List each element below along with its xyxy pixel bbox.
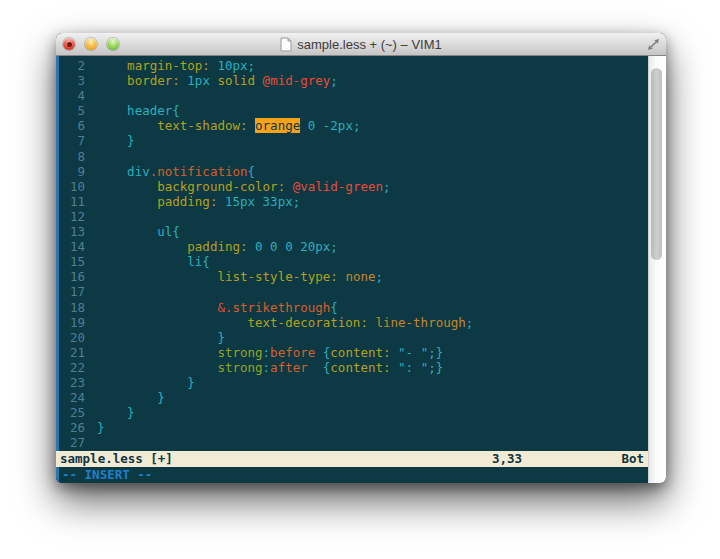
code-text: li{	[85, 254, 210, 269]
code-line: 4	[59, 88, 648, 103]
fullscreen-icon[interactable]	[647, 38, 660, 51]
line-number: 6	[59, 118, 85, 133]
line-number: 22	[59, 360, 85, 375]
code-line: 14 padding: 0 0 0 20px;	[59, 239, 648, 254]
code-text: padding: 0 0 0 20px;	[85, 239, 338, 254]
line-number: 12	[59, 209, 85, 224]
code-line: 16 list-style-type: none;	[59, 269, 648, 284]
line-number: 9	[59, 164, 85, 179]
desktop: sample.less + (~) – VIM1 2 margin-top: 1…	[0, 0, 720, 559]
code-line: 20 }	[59, 330, 648, 345]
code-line: 17	[59, 284, 648, 299]
code-text: }	[85, 133, 135, 148]
traffic-lights	[56, 38, 119, 50]
title-bar[interactable]: sample.less + (~) – VIM1	[56, 33, 666, 56]
code-text: }	[85, 375, 195, 390]
window-title-text: sample.less + (~) – VIM1	[297, 37, 442, 52]
minimize-button[interactable]	[85, 38, 97, 50]
code-text: text-shadow: orange 0 -2px;	[85, 118, 360, 133]
code-text	[85, 435, 97, 450]
statusline-position: Bot	[621, 451, 644, 467]
code-text: }	[85, 390, 165, 405]
code-text: strong:before {content: "- ";}	[85, 345, 443, 360]
code-line: 23 }	[59, 375, 648, 390]
code-line: 6 text-shadow: orange 0 -2px;	[59, 118, 648, 133]
vim-modeline: -- INSERT --	[59, 467, 648, 483]
line-number: 18	[59, 300, 85, 315]
code-text: }	[85, 330, 225, 345]
code-line: 27	[59, 435, 648, 450]
close-button[interactable]	[63, 38, 75, 50]
code-line: 2 margin-top: 10px;	[59, 58, 648, 73]
code-text: &.strikethrough{	[85, 300, 338, 315]
code-text: header{	[85, 103, 180, 118]
line-number: 15	[59, 254, 85, 269]
code-line: 25 }	[59, 405, 648, 420]
macvim-window: sample.less + (~) – VIM1 2 margin-top: 1…	[56, 33, 666, 483]
line-number: 17	[59, 284, 85, 299]
line-number: 8	[59, 149, 85, 164]
code-line: 19 text-decoration: line-through;	[59, 315, 648, 330]
code-text: text-decoration: line-through;	[85, 315, 473, 330]
line-number: 23	[59, 375, 85, 390]
line-number: 26	[59, 420, 85, 435]
code-text: div.notification{	[85, 164, 255, 179]
code-line: 10 background-color: @valid-green;	[59, 179, 648, 194]
scrollbar[interactable]	[648, 56, 666, 483]
line-number: 16	[59, 269, 85, 284]
vim-area: 2 margin-top: 10px;3 border: 1px solid @…	[56, 56, 648, 483]
code-text	[85, 149, 97, 164]
line-number: 21	[59, 345, 85, 360]
code-line: 24 }	[59, 390, 648, 405]
code-text	[85, 88, 97, 103]
code-line: 8	[59, 149, 648, 164]
code-text: ul{	[85, 224, 180, 239]
window-title: sample.less + (~) – VIM1	[56, 33, 666, 55]
statusline-ruler: 3,33	[492, 451, 522, 467]
code-line: 15 li{	[59, 254, 648, 269]
code-text: strong:after {content: ": ";}	[85, 360, 443, 375]
code-line: 11 padding: 15px 33px;	[59, 194, 648, 209]
code-text: }	[85, 420, 105, 435]
code-line: 5 header{	[59, 103, 648, 118]
line-number: 2	[59, 58, 85, 73]
line-number: 25	[59, 405, 85, 420]
window-content: 2 margin-top: 10px;3 border: 1px solid @…	[56, 56, 666, 483]
document-icon	[280, 37, 292, 52]
code-text	[85, 209, 97, 224]
vim-statusline: sample.less [+] 3,33 Bot	[56, 451, 648, 467]
code-text: margin-top: 10px;	[85, 58, 255, 73]
line-number: 13	[59, 224, 85, 239]
code-line: 22 strong:after {content: ": ";}	[59, 360, 648, 375]
code-text: padding: 15px 33px;	[85, 194, 300, 209]
code-text: list-style-type: none;	[85, 269, 383, 284]
line-number: 24	[59, 390, 85, 405]
code-line: 7 }	[59, 133, 648, 148]
statusline-filename: sample.less [+]	[56, 451, 173, 466]
code-line: 21 strong:before {content: "- ";}	[59, 345, 648, 360]
code-text: background-color: @valid-green;	[85, 179, 391, 194]
code-line: 26}	[59, 420, 648, 435]
line-number: 3	[59, 73, 85, 88]
line-number: 20	[59, 330, 85, 345]
code-text: border: 1px solid @mid-grey;	[85, 73, 338, 88]
code-line: 12	[59, 209, 648, 224]
code-text: }	[85, 405, 135, 420]
zoom-button[interactable]	[107, 38, 119, 50]
line-number: 19	[59, 315, 85, 330]
code-line: 13 ul{	[59, 224, 648, 239]
line-number: 4	[59, 88, 85, 103]
line-number: 27	[59, 435, 85, 450]
code-line: 18 &.strikethrough{	[59, 300, 648, 315]
line-number: 7	[59, 133, 85, 148]
text-editor[interactable]: 2 margin-top: 10px;3 border: 1px solid @…	[59, 56, 648, 451]
code-line: 3 border: 1px solid @mid-grey;	[59, 73, 648, 88]
modified-dot-icon	[67, 42, 72, 47]
line-number: 11	[59, 194, 85, 209]
line-number: 5	[59, 103, 85, 118]
line-number: 14	[59, 239, 85, 254]
scrollbar-thumb[interactable]	[651, 68, 662, 260]
code-text	[85, 284, 97, 299]
line-number: 10	[59, 179, 85, 194]
code-line: 9 div.notification{	[59, 164, 648, 179]
